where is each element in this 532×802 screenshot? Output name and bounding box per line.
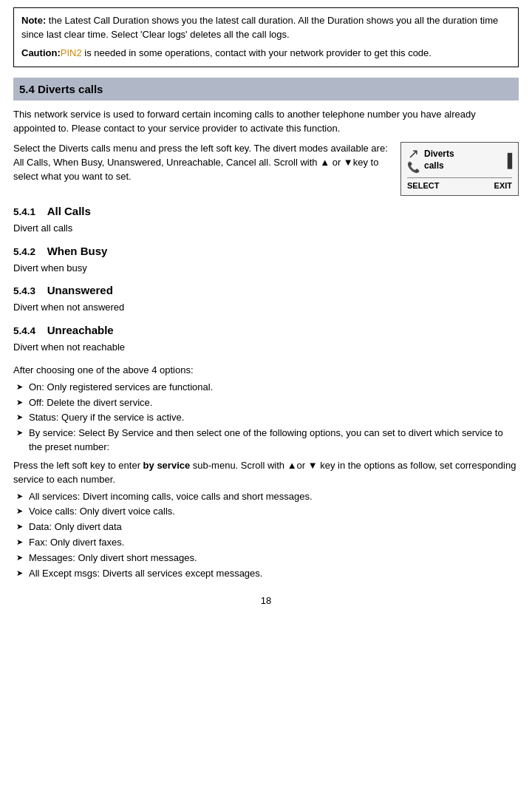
subsection-541: 5.4.1 All Calls [13,203,519,220]
phone-icon-area: ↗ 📞 [407,147,420,173]
subsection-543-desc: Divert when not answered [13,301,519,315]
note-text: Note: the Latest Call Duration shows you… [21,14,511,42]
caution-text: Caution:PIN2 is needed in some operation… [21,47,511,61]
list-item: All services: Divert incoming calls, voi… [13,490,519,504]
phone-screen: ↗ 📞 Diverts calls ▐ [407,147,512,173]
subsections: 5.4.1 All Calls Divert all calls 5.4.2 W… [13,203,519,355]
subsection-544: 5.4.4 Unreachable [13,322,519,339]
list-item: By service: Select By Service and then s… [13,427,519,455]
after-options-intro: After choosing one of the above 4 option… [13,364,519,378]
subsection-544-desc: Divert when not reachable [13,341,519,355]
list-item: Data: Only divert data [13,520,519,534]
section-intro: This network service is used to forward … [13,108,519,136]
caution-label: Caution: [21,47,61,58]
note-label: Note: [21,15,46,26]
list-item: Messages: Only divert short messages. [13,551,519,565]
subsection-542-desc: Divert when busy [13,262,519,276]
press-line: Press the left soft key to enter by serv… [13,459,519,487]
phone-handset-icon: 📞 [407,162,420,173]
phone-softkeys: SELECT EXIT [407,177,512,192]
subsection-542: 5.4.2 When Busy [13,243,519,259]
note-box: Note: the Latest Call Duration shows you… [13,7,519,67]
signal-icon: ▐ [502,151,512,170]
list-item: All Except msgs: Diverts all services ex… [13,567,519,581]
options-bullet-list: On: Only registered services are functio… [13,381,519,455]
call-divert-icon: ↗ [408,147,419,162]
list-item: On: Only registered services are functio… [13,381,519,395]
softkey-left: SELECT [407,180,439,192]
divert-body-text: Select the Diverts calls menu and press … [13,142,389,184]
divert-figure-row: Select the Diverts calls menu and press … [13,142,519,196]
list-item: Off: Delete the divert service. [13,396,519,410]
pin2-text: PIN2 [61,47,82,58]
phone-widget: ↗ 📞 Diverts calls ▐ SELECT EXIT [400,142,519,196]
list-item: Voice calls: Only divert voice calls. [13,505,519,519]
list-item: Status: Query if the service is active. [13,411,519,425]
list-item: Fax: Only divert faxes. [13,536,519,550]
service-bullet-list: All services: Divert incoming calls, voi… [13,490,519,581]
section-header: 5.4 Diverts calls [13,78,519,101]
softkey-right: EXIT [494,180,512,192]
subsection-541-desc: Divert all calls [13,222,519,236]
subsection-543: 5.4.3 Unanswered [13,282,519,299]
phone-display: Diverts calls [424,149,454,171]
page-number: 18 [13,594,519,608]
